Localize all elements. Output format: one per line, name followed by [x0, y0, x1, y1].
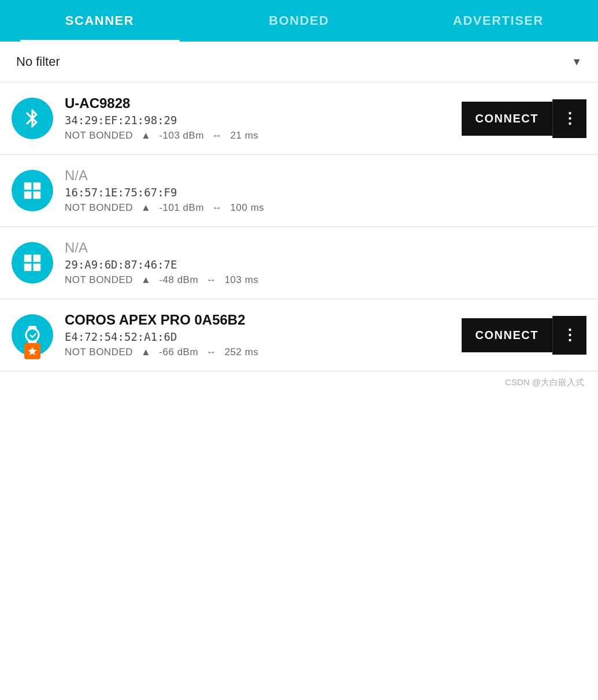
star-icon [27, 346, 38, 356]
device-item: N/A 16:57:1E:75:67:F9 NOT BONDED ▲ -101 … [0, 155, 598, 227]
grid-icon [21, 180, 43, 202]
device-interval: 21 ms [231, 130, 259, 142]
device-item: U-AC9828 34:29:EF:21:98:29 NOT BONDED ▲ … [0, 83, 598, 155]
filter-row[interactable]: No filter ▼ [0, 42, 598, 83]
grid-icon [21, 252, 43, 274]
interval-icon: ↔ [206, 347, 217, 358]
device-interval: 100 ms [231, 202, 265, 214]
connect-button[interactable]: CONNECT [462, 102, 552, 136]
device-rssi: -101 dBm [159, 202, 204, 214]
device-info: N/A 29:A9:6D:87:46:7E NOT BONDED ▲ -48 d… [65, 240, 586, 286]
device-bond-status: NOT BONDED [65, 274, 133, 286]
device-icon-grid [12, 170, 53, 211]
device-interval: 103 ms [225, 274, 259, 286]
filter-dropdown-arrow: ▼ [571, 56, 582, 68]
signal-icon: ▲ [141, 274, 151, 286]
device-mac: 34:29:EF:21:98:29 [65, 114, 450, 126]
filter-label: No filter [16, 54, 60, 69]
connect-area: CONNECT ⋮ [462, 316, 586, 355]
device-status: NOT BONDED ▲ -103 dBm ↔ 21 ms [65, 130, 450, 142]
device-status: NOT BONDED ▲ -48 dBm ↔ 103 ms [65, 274, 586, 286]
device-icon-watch [12, 314, 53, 356]
more-button[interactable]: ⋮ [552, 99, 586, 138]
device-mac: E4:72:54:52:A1:6D [65, 330, 450, 343]
device-rssi: -48 dBm [159, 274, 198, 286]
device-name: N/A [65, 240, 586, 256]
tab-advertiser[interactable]: ADVERTISER [399, 0, 598, 42]
device-name: U-AC9828 [65, 95, 450, 111]
device-list: U-AC9828 34:29:EF:21:98:29 NOT BONDED ▲ … [0, 83, 598, 371]
star-badge [24, 343, 40, 359]
watermark: CSDN @大白嵌入式 [0, 371, 598, 397]
device-bond-status: NOT BONDED [65, 347, 133, 358]
device-rssi: -66 dBm [159, 347, 198, 358]
device-mac: 16:57:1E:75:67:F9 [65, 186, 586, 199]
device-info: U-AC9828 34:29:EF:21:98:29 NOT BONDED ▲ … [65, 95, 450, 142]
interval-icon: ↔ [212, 202, 222, 214]
bluetooth-icon [21, 107, 43, 129]
device-item: N/A 29:A9:6D:87:46:7E NOT BONDED ▲ -48 d… [0, 227, 598, 299]
device-status: NOT BONDED ▲ -101 dBm ↔ 100 ms [65, 202, 586, 214]
device-item: COROS APEX PRO 0A56B2 E4:72:54:52:A1:6D … [0, 299, 598, 371]
device-info: COROS APEX PRO 0A56B2 E4:72:54:52:A1:6D … [65, 312, 450, 358]
device-interval: 252 ms [225, 347, 259, 358]
device-icon-grid [12, 242, 53, 284]
device-status: NOT BONDED ▲ -66 dBm ↔ 252 ms [65, 347, 450, 358]
signal-icon: ▲ [141, 347, 151, 358]
device-bond-status: NOT BONDED [65, 130, 133, 142]
tab-bonded[interactable]: BONDED [199, 0, 399, 42]
interval-icon: ↔ [212, 130, 222, 142]
signal-icon: ▲ [141, 130, 151, 142]
tab-scanner[interactable]: SCANNER [0, 0, 199, 42]
connect-button[interactable]: CONNECT [462, 318, 552, 352]
device-rssi: -103 dBm [159, 130, 204, 142]
device-bond-status: NOT BONDED [65, 202, 133, 214]
connect-area: CONNECT ⋮ [462, 99, 586, 138]
tab-bar: SCANNER BONDED ADVERTISER [0, 0, 598, 42]
interval-icon: ↔ [206, 274, 217, 286]
device-mac: 29:A9:6D:87:46:7E [65, 258, 586, 271]
device-name: N/A [65, 167, 586, 184]
more-button[interactable]: ⋮ [552, 316, 586, 355]
device-icon-bluetooth [12, 98, 53, 139]
device-name: COROS APEX PRO 0A56B2 [65, 312, 450, 328]
device-info: N/A 16:57:1E:75:67:F9 NOT BONDED ▲ -101 … [65, 167, 586, 214]
signal-icon: ▲ [141, 202, 151, 214]
